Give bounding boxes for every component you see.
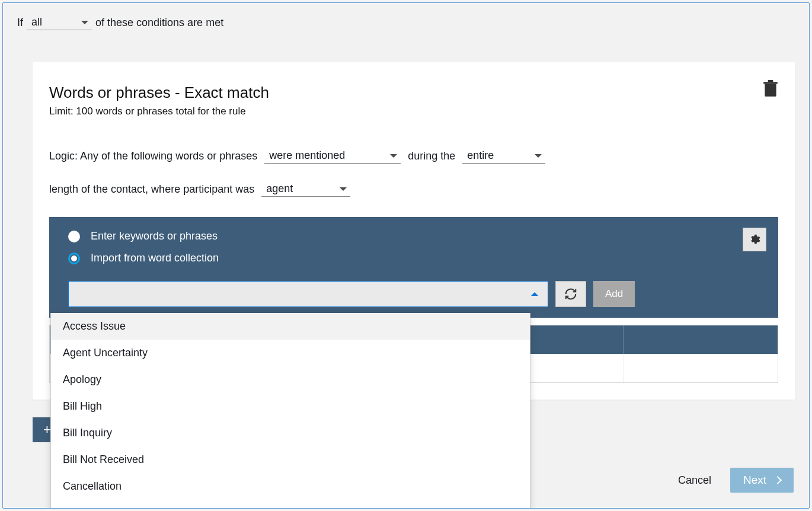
condition-quantifier-value: all <box>31 16 42 28</box>
footer-actions: Cancel Next <box>671 468 794 493</box>
logic-row-2: length of the contact, where participant… <box>49 181 778 197</box>
condition-suffix: of these conditions are met <box>95 17 223 29</box>
svg-rect-0 <box>765 84 776 96</box>
add-collection-button[interactable]: Add <box>593 281 635 307</box>
mention-select-value: were mentioned <box>269 149 345 162</box>
period-select-value: entire <box>467 149 494 162</box>
dropdown-item[interactable]: Bill Not Received <box>51 446 530 473</box>
delete-condition-button[interactable] <box>763 80 778 98</box>
refresh-icon <box>564 288 577 301</box>
logic-row-1: Logic: Any of the following words or phr… <box>49 148 778 164</box>
length-text: length of the contact, where participant… <box>49 183 254 196</box>
dropdown-item[interactable]: Access Issue <box>51 313 530 340</box>
dropdown-item[interactable]: Apology <box>51 366 530 393</box>
panel-settings-button[interactable] <box>743 228 766 251</box>
refresh-button[interactable] <box>555 281 586 307</box>
collection-combo-row: Add <box>68 281 766 307</box>
condition-line: If all of these conditions are met <box>9 15 803 30</box>
trash-icon <box>763 80 778 98</box>
participant-select[interactable]: agent <box>261 181 350 197</box>
next-button[interactable]: Next <box>730 468 794 493</box>
chevron-down-icon <box>81 21 88 24</box>
condition-prefix: If <box>17 17 23 29</box>
radio-import-collection-row[interactable]: Import from word collection <box>68 252 766 264</box>
dropdown-item[interactable]: Change Plan <box>51 500 530 509</box>
dropdown-item[interactable]: Bill Inquiry <box>51 420 530 446</box>
gear-icon <box>749 234 760 245</box>
dropdown-item[interactable]: Bill High <box>51 393 530 420</box>
keywords-panel: Enter keywords or phrases Import from wo… <box>49 217 778 318</box>
add-button-label: Add <box>605 288 623 300</box>
rule-builder-frame: If all of these conditions are met Words… <box>2 2 810 509</box>
svg-rect-1 <box>763 82 778 84</box>
radio-enter-keywords[interactable] <box>68 231 80 242</box>
radio-enter-keywords-row[interactable]: Enter keywords or phrases <box>68 230 766 242</box>
logic-prefix: Logic: Any of the following words or phr… <box>49 150 257 162</box>
radio-enter-label: Enter keywords or phrases <box>91 230 218 242</box>
chevron-down-icon <box>390 154 397 158</box>
chevron-down-icon <box>535 154 542 158</box>
td-actions <box>624 354 778 382</box>
cancel-label: Cancel <box>678 474 711 486</box>
th-actions <box>624 325 778 354</box>
chevron-down-icon <box>340 187 347 191</box>
radio-import-label: Import from word collection <box>91 252 219 264</box>
during-text: during the <box>408 150 455 162</box>
next-label: Next <box>743 474 766 487</box>
dropdown-item[interactable]: Agent Uncertainty <box>51 340 530 366</box>
chevron-up-icon <box>531 292 538 296</box>
card-subtitle: Limit: 100 words or phrases total for th… <box>49 106 778 117</box>
collection-dropdown[interactable]: Access IssueAgent UncertaintyApologyBill… <box>50 313 530 509</box>
chevron-right-icon <box>773 476 782 484</box>
svg-rect-2 <box>768 80 773 82</box>
card-title: Words or phrases - Exact match <box>49 84 778 102</box>
mention-select[interactable]: were mentioned <box>264 148 401 164</box>
collection-combobox[interactable] <box>68 281 548 307</box>
cancel-button[interactable]: Cancel <box>671 468 718 493</box>
condition-quantifier-select[interactable]: all <box>27 15 92 30</box>
radio-import-collection[interactable] <box>68 253 80 264</box>
dropdown-item[interactable]: Cancellation <box>51 473 530 500</box>
plus-icon: + <box>43 423 51 436</box>
period-select[interactable]: entire <box>462 148 545 164</box>
participant-select-value: agent <box>266 183 293 195</box>
